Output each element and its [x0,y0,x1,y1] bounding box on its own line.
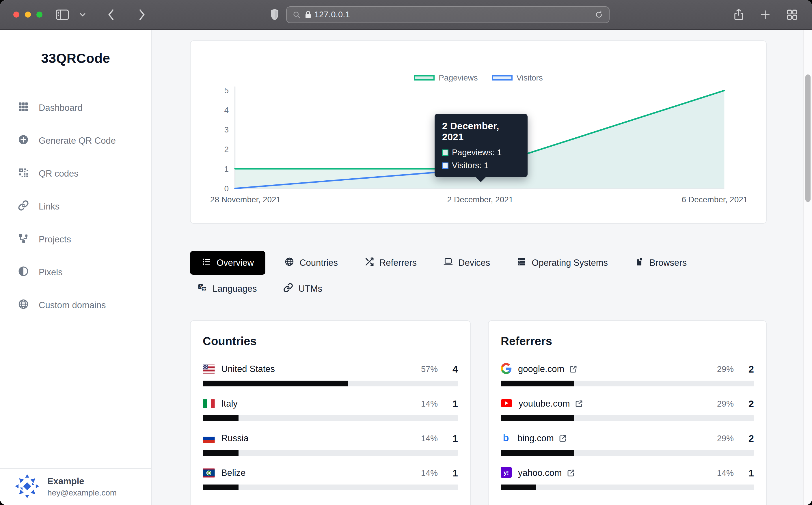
sidebar-toggle-icon[interactable] [56,9,69,20]
referrer-row-bing: b bing.com 29% 2 [501,432,754,456]
tab-operating-systems[interactable]: Operating Systems [509,251,616,275]
referrer-domain[interactable]: bing.com [518,433,554,444]
close-window-button[interactable] [13,12,19,18]
tab-label: Referrers [379,258,417,268]
tab-label: Languages [213,284,257,294]
sidebar-item-links[interactable]: Links [0,190,151,223]
sidebar-item-qr-codes[interactable]: QR codes [0,157,151,190]
plus-circle-icon [18,134,29,148]
zoom-window-button[interactable] [36,12,42,18]
country-count: 4 [438,364,458,375]
referrer-count: 2 [734,433,754,444]
new-tab-icon[interactable] [760,9,771,20]
tab-overview[interactable]: Overview [190,251,265,275]
scrollbar-thumb[interactable] [805,74,811,202]
progress-bar [501,381,754,386]
tooltip-row-pageviews: Pageviews: 1 [442,148,520,157]
external-link-icon[interactable] [566,469,575,477]
tab-languages[interactable]: A文 Languages [190,277,264,301]
user-menu[interactable]: Example hey@example.com [0,468,151,505]
sidebar-toggle-group [56,9,86,20]
chevron-down-icon[interactable] [79,12,86,17]
country-row-italy: Italy 14% 1 [203,397,458,421]
traffic-lights [13,12,42,18]
tab-countries[interactable]: Countries [277,251,346,275]
server-stack-icon [517,257,526,269]
referrer-count: 1 [734,468,754,479]
sidebar-item-label: Pixels [39,267,63,278]
forward-button[interactable] [137,8,146,21]
link-icon [283,283,293,295]
country-percent: 14% [421,468,438,478]
link-icon [18,200,29,213]
tab-label: Browsers [649,258,687,268]
tooltip-row-label: Visitors: 1 [452,161,489,170]
url-zone: 127.0.0.1 [146,6,733,23]
youtube-logo-icon [501,399,512,408]
privacy-shield-icon[interactable] [270,8,279,21]
country-count: 1 [438,398,458,409]
dashboard-grid-icon [18,101,29,115]
belize-flag-icon [203,468,215,478]
back-button[interactable] [107,8,116,21]
referrer-count: 2 [734,364,754,375]
tab-browsers[interactable]: Browsers [627,251,694,275]
sidebar-item-label: Generate QR Code [39,136,116,146]
progress-bar [501,485,754,490]
referrer-domain[interactable]: google.com [518,364,564,374]
italy-flag-icon [203,399,215,408]
tab-referrers[interactable]: Referrers [357,251,424,275]
browser-window: 127.0.0.1 33QRCode [0,0,812,505]
country-name: Russia [221,433,249,444]
progress-bar [203,415,458,421]
tab-devices[interactable]: Devices [436,251,498,275]
progress-bar [501,415,754,421]
sidebar-item-generate-qr[interactable]: Generate QR Code [0,124,151,157]
external-link-icon[interactable] [569,365,577,373]
divider [74,9,74,20]
svg-text:b: b [503,432,509,443]
address-bar[interactable]: 127.0.0.1 [286,6,610,23]
y-axis-tick: 3 [190,125,229,135]
sidebar-item-projects[interactable]: Projects [0,223,151,256]
shuffle-icon [365,257,374,269]
country-percent: 14% [421,434,438,443]
browser-chrome: 127.0.0.1 [0,0,812,30]
minimize-window-button[interactable] [25,12,31,18]
tooltip-row-visitors: Visitors: 1 [442,161,520,170]
stat-cards-row: Countries United States 57% 4 [190,320,767,505]
reload-icon[interactable] [594,10,603,20]
qr-code-icon [18,167,29,180]
y-axis-tick: 4 [190,106,229,115]
referrer-domain[interactable]: youtube.com [519,398,570,409]
lock-icon [305,10,311,19]
y-axis-tick: 2 [190,145,229,154]
country-row-russia: Russia 14% 1 [203,432,458,456]
main-content: Pageviews Visitors 5 4 3 2 1 0 28 Novemb… [152,30,812,505]
external-link-icon[interactable] [558,434,567,443]
tab-utms[interactable]: UTMs [276,277,330,301]
tooltip-row-label: Pageviews: 1 [452,148,502,157]
country-row-belize: Belize 14% 1 [203,467,458,490]
chrome-actions [733,8,798,21]
user-email: hey@example.com [47,488,117,498]
svg-text:y!: y! [504,469,509,476]
tab-overview-icon[interactable] [786,9,798,21]
sidebar-item-label: Dashboard [39,103,83,113]
tab-label: Overview [217,258,254,268]
external-link-icon[interactable] [575,399,583,408]
sidebar-item-dashboard[interactable]: Dashboard [0,92,151,124]
card-title: Countries [203,335,458,348]
chart-tooltip: 2 December, 2021 Pageviews: 1 Visitors: … [435,114,528,177]
referrer-domain[interactable]: yahoo.com [518,468,562,478]
projects-icon [18,233,29,246]
sidebar-item-pixels[interactable]: Pixels [0,256,151,289]
country-name: Italy [221,398,238,409]
sidebar-item-custom-domains[interactable]: Custom domains [0,289,151,322]
browser-window-icon [635,257,644,269]
share-icon[interactable] [733,8,745,21]
user-name: Example [47,476,117,487]
list-icon [201,257,212,269]
globe-icon [284,257,294,269]
referrers-card: Referrers google.com 29% 2 [488,320,767,505]
